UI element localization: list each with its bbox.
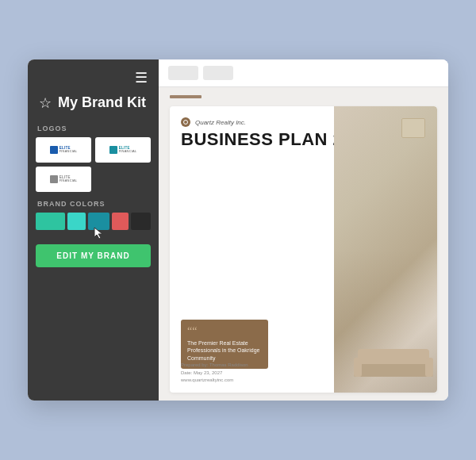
prepared-by: Prepared by: Thomas Raddison xyxy=(181,362,248,370)
brand-colors-section: BRAND COLORS xyxy=(28,200,159,230)
quartz-logo-icon xyxy=(181,117,190,127)
swatch-teal-dark xyxy=(88,213,110,230)
room-image xyxy=(334,106,437,393)
topbar-btn-2[interactable] xyxy=(203,66,233,80)
quote-text: The Premier Real Estate Professionals in… xyxy=(187,339,262,362)
logos-label: LOGOS xyxy=(36,125,151,132)
swatch-black xyxy=(131,213,151,230)
topbar-btn-1[interactable] xyxy=(168,66,198,80)
sidebar: ☰ ☆ My Brand Kit LOGOS ELITE FINANCIAL xyxy=(28,59,159,401)
colors-row xyxy=(36,213,151,230)
logos-grid: ELITE FINANCIAL ELITE FINANCIAL xyxy=(36,137,151,163)
quote-mark: ““ xyxy=(187,326,262,337)
website: www.quartzrealtyinc.com xyxy=(181,377,248,385)
logo-teal[interactable]: ELITE FINANCIAL xyxy=(95,137,151,163)
logo-gray[interactable]: ELITE FINANCIAL xyxy=(36,167,91,192)
brand-title: My Brand Kit xyxy=(58,94,146,112)
company-name: Quartz Realty Inc. xyxy=(195,119,246,126)
brand-colors-label: BRAND COLORS xyxy=(36,200,151,208)
main-content: Quartz Realty Inc. BUSINESS PLAN 2028 xyxy=(159,59,448,401)
sofa-illustration xyxy=(354,349,433,377)
star-icon: ☆ xyxy=(39,94,52,112)
footer-info: Prepared by: Thomas Raddison Date: May 2… xyxy=(181,362,248,385)
date: Date: May 23, 2027 xyxy=(181,370,248,378)
wall-art xyxy=(401,118,425,138)
top-bar xyxy=(159,59,448,87)
document-card: Quartz Realty Inc. BUSINESS PLAN 2028 xyxy=(170,106,437,393)
document-area: Quartz Realty Inc. BUSINESS PLAN 2028 xyxy=(159,87,448,401)
swatch-cyan xyxy=(67,213,86,230)
logos-section: LOGOS ELITE FINANCIAL xyxy=(28,125,159,192)
edit-my-brand-button[interactable]: EDIT MY BRAND xyxy=(36,244,151,267)
brand-title-row: ☆ My Brand Kit xyxy=(28,93,159,125)
logo-blue[interactable]: ELITE FINANCIAL xyxy=(36,137,91,163)
room-image-area xyxy=(334,106,437,393)
sidebar-header: ☰ xyxy=(28,59,159,93)
accent-bar xyxy=(170,95,202,98)
swatch-red xyxy=(112,213,129,230)
hamburger-icon[interactable]: ☰ xyxy=(135,69,148,86)
swatch-teal-light xyxy=(36,213,65,230)
main-window: ☰ ☆ My Brand Kit LOGOS ELITE FINANCIAL xyxy=(28,59,448,401)
